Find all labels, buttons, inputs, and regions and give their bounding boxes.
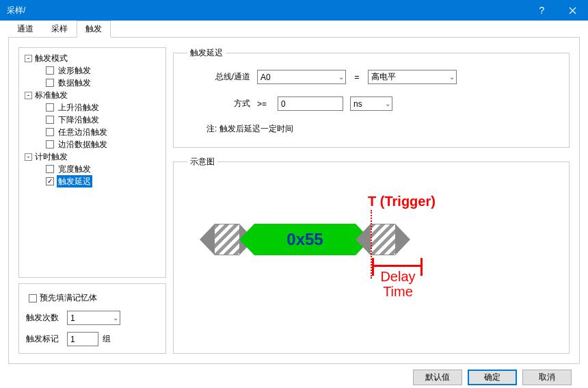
right-column: 触发延迟 总线/通道 A0 ⌄ = 高电平 ⌄ 方式 >= ns [173,47,570,354]
titlebar-buttons: ? [526,0,588,21]
tree-group-modes[interactable]: 触发模式 [34,52,69,64]
delay-note: 注: 触发后延迟一定时间 [206,123,555,135]
chk-edgedata[interactable] [46,140,54,148]
close-icon [569,7,576,14]
tab-trigger[interactable]: 触发 [77,21,111,38]
tree-falling[interactable]: 下降沿触发 [57,114,101,126]
tree-waveform[interactable]: 波形触发 [57,64,92,77]
bus-label: 总线/通道 [187,71,250,83]
chevron-down-icon: ⌄ [338,73,344,81]
ok-button[interactable]: 确定 [468,370,517,385]
data-label: 0x55 [254,224,356,255]
expand-modes[interactable]: - [25,55,32,62]
tree-edgedata[interactable]: 边沿数据触发 [57,138,109,151]
chk-prefill[interactable] [29,294,37,302]
window-title: 采样/ [7,5,25,16]
chk-anyedge[interactable] [46,128,54,136]
mark-label: 触发标记 [26,333,63,345]
left-column: - 触发模式 波形触发 数据触发 - 标准触发 上升沿触发 下降 [18,47,166,354]
cancel-button[interactable]: 取消 [522,370,572,385]
diagram-legend: 示意图 [187,156,217,168]
tree-group-standard[interactable]: 标准触发 [34,89,69,101]
chk-waveform[interactable] [46,66,54,75]
tab-content: - 触发模式 波形触发 数据触发 - 标准触发 上升沿触发 下降 [8,37,580,364]
delay-legend: 触发延迟 [187,47,226,59]
chk-data[interactable] [46,79,54,87]
delay-time-label: DelayTime [376,269,420,299]
close-button[interactable] [557,0,588,21]
expand-timing[interactable]: - [25,153,32,161]
mode-value-input[interactable] [278,96,343,111]
chk-delay[interactable] [46,177,54,185]
chk-rising[interactable] [46,103,54,112]
delay-group: 触发延迟 总线/通道 A0 ⌄ = 高电平 ⌄ 方式 >= ns [173,47,570,148]
title-bar: 采样/ ? [0,0,588,21]
chk-width[interactable] [46,165,54,173]
button-bar: 默认值 确定 取消 [0,370,588,388]
prefill-label: 预先填满记忆体 [40,292,97,304]
help-button[interactable]: ? [526,0,557,21]
tree-data[interactable]: 数据触发 [57,77,92,89]
lower-settings: 预先填满记忆体 触发次数 1 ⌄ 触发标记 组 [18,283,166,354]
tab-sample[interactable]: 采样 [42,21,77,38]
defaults-button[interactable]: 默认值 [413,370,462,385]
expand-standard[interactable]: - [25,92,32,99]
tree-rising[interactable]: 上升沿触发 [57,101,101,114]
mode-label: 方式 [187,98,250,109]
tree-delay[interactable]: 触发延迟 [57,175,92,187]
equals-label: = [353,73,361,82]
diagram-group: 示意图 0x55 T (Trigger) [173,156,570,354]
chk-falling[interactable] [46,116,54,124]
chevron-down-icon: ⌄ [449,73,455,81]
mark-suffix: 组 [103,333,111,345]
trigger-tree: - 触发模式 波形触发 数据触发 - 标准触发 上升沿触发 下降 [18,47,166,278]
timing-diagram: 0x55 T (Trigger) DelayTime [187,174,555,298]
chevron-down-icon: ⌄ [385,100,390,107]
tree-width[interactable]: 宽度触发 [57,163,92,175]
tab-channel[interactable]: 通道 [8,21,42,38]
mark-input[interactable] [67,332,98,346]
post-data-block [356,224,410,255]
level-select[interactable]: 高电平 ⌄ [368,70,457,84]
chevron-down-icon: ⌄ [113,314,118,322]
data-block: 0x55 [239,224,371,255]
mode-op: >= [257,99,271,109]
tree-group-timing[interactable]: 计时触发 [34,151,69,163]
tree-anyedge[interactable]: 任意边沿触发 [57,126,109,138]
bus-select[interactable]: A0 ⌄ [257,70,346,84]
count-select[interactable]: 1 ⌄ [67,311,120,325]
unit-select[interactable]: ns ⌄ [350,96,392,111]
tab-bar: 通道 采样 触发 [0,21,588,37]
trigger-label: T (Trigger) [368,194,436,209]
count-label: 触发次数 [26,312,63,324]
